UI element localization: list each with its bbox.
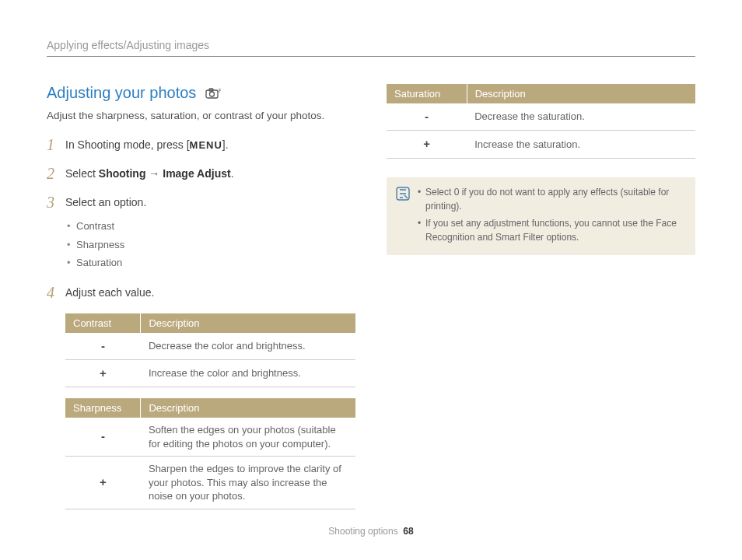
note-icon — [396, 187, 410, 247]
option-contrast: Contrast — [65, 217, 355, 236]
breadcrumb: Applying effects/Adjusting images — [47, 39, 695, 57]
cell-key: - — [65, 418, 141, 457]
cell-desc: Increase the color and brightness. — [141, 359, 355, 387]
footer-section: Shooting options — [328, 526, 397, 537]
menu-label: MENU — [190, 139, 222, 151]
sharpness-table: SharpnessDescription -Soften the edges o… — [65, 398, 355, 509]
section-title-text: Adjusting your photos — [47, 84, 196, 102]
footer-page-number: 68 — [403, 526, 413, 537]
section-title: Adjusting your photos P — [47, 84, 355, 102]
step-number: 3 — [47, 194, 58, 210]
table-row: -Decrease the color and brightness. — [65, 333, 355, 360]
cell-desc: Sharpen the edges to improve the clarity… — [141, 457, 355, 509]
step-2-arrow: → — [145, 167, 163, 180]
steps-list: 1 In Shooting mode, press [MENU]. 2 Sele… — [47, 137, 355, 301]
step-3: Select an option. Contrast Sharpness Sat… — [65, 194, 355, 272]
section-intro: Adjust the sharpness, saturation, or con… — [47, 110, 355, 121]
table-row: +Increase the saturation. — [387, 131, 695, 158]
step-number: 2 — [47, 166, 58, 181]
note-item: Select 0 if you do not want to apply any… — [418, 185, 686, 213]
note-item: If you set any adjustment functions, you… — [418, 216, 686, 244]
note-box: Select 0 if you do not want to apply any… — [387, 177, 695, 255]
page-footer: Shooting options 68 — [0, 526, 742, 537]
step-4: Adjust each value. — [65, 285, 355, 301]
th-description: Description — [467, 84, 695, 103]
step-2: Select Shooting → Image Adjust. — [65, 166, 355, 182]
step-1: In Shooting mode, press [MENU]. — [65, 137, 355, 153]
cell-desc: Soften the edges on your photos (suitabl… — [141, 418, 355, 457]
option-sharpness: Sharpness — [65, 236, 355, 254]
cell-desc: Increase the saturation. — [467, 131, 695, 158]
table-row: +Sharpen the edges to improve the clarit… — [65, 457, 355, 509]
cell-key: - — [65, 333, 141, 360]
table-row: -Decrease the saturation. — [387, 103, 695, 131]
table-row: -Soften the edges on your photos (suitab… — [65, 418, 355, 457]
left-column: Adjusting your photos P Adjust the sharp… — [47, 84, 355, 520]
th-description: Description — [141, 313, 355, 333]
cell-desc: Decrease the saturation. — [467, 103, 695, 131]
cell-key: + — [65, 359, 141, 387]
note-list: Select 0 if you do not want to apply any… — [418, 185, 686, 247]
step-1-pre: In Shooting mode, press [ — [65, 138, 190, 151]
table-row: +Increase the color and brightness. — [65, 359, 355, 387]
step-2-bold1: Shooting — [99, 167, 146, 180]
cell-key: + — [65, 457, 141, 509]
svg-point-2 — [210, 92, 215, 96]
step-2-bold2: Image Adjust — [163, 167, 230, 180]
cell-desc: Decrease the color and brightness. — [141, 333, 355, 360]
step-number: 4 — [47, 285, 58, 300]
step-1-post: ]. — [222, 138, 229, 151]
cell-key: - — [387, 103, 467, 131]
th-description: Description — [141, 398, 355, 418]
step-3-options: Contrast Sharpness Saturation — [65, 217, 355, 272]
th-saturation: Saturation — [387, 84, 467, 103]
step-2-pre: Select — [65, 167, 99, 180]
th-sharpness: Sharpness — [65, 398, 141, 418]
th-contrast: Contrast — [65, 313, 141, 333]
camera-icon: P — [205, 88, 221, 99]
cell-key: + — [387, 131, 467, 158]
step-2-post: . — [231, 167, 234, 180]
step-3-text: Select an option. — [65, 196, 146, 208]
right-column: SaturationDescription -Decrease the satu… — [387, 84, 695, 520]
svg-text:P: P — [219, 88, 221, 93]
step-number: 1 — [47, 137, 58, 152]
option-saturation: Saturation — [65, 254, 355, 272]
contrast-table: ContrastDescription -Decrease the color … — [65, 313, 355, 388]
saturation-table: SaturationDescription -Decrease the satu… — [387, 84, 695, 159]
